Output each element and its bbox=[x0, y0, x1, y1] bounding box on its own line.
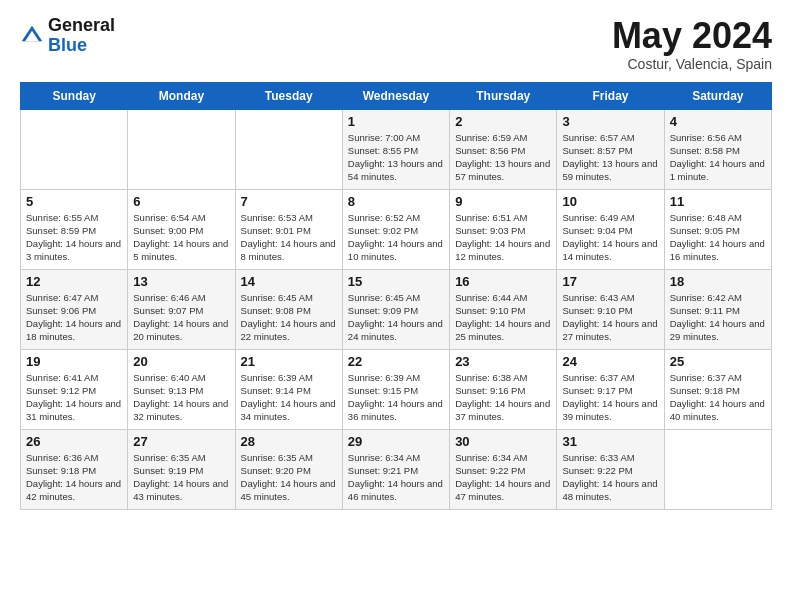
cell-info: Sunrise: 6:35 AM Sunset: 9:19 PM Dayligh… bbox=[133, 451, 229, 504]
calendar-cell: 27Sunrise: 6:35 AM Sunset: 9:19 PM Dayli… bbox=[128, 429, 235, 509]
cell-info: Sunrise: 6:45 AM Sunset: 9:08 PM Dayligh… bbox=[241, 291, 337, 344]
calendar-cell: 24Sunrise: 6:37 AM Sunset: 9:17 PM Dayli… bbox=[557, 349, 664, 429]
calendar-cell: 16Sunrise: 6:44 AM Sunset: 9:10 PM Dayli… bbox=[450, 269, 557, 349]
cell-info: Sunrise: 6:41 AM Sunset: 9:12 PM Dayligh… bbox=[26, 371, 122, 424]
calendar-cell: 28Sunrise: 6:35 AM Sunset: 9:20 PM Dayli… bbox=[235, 429, 342, 509]
day-number: 27 bbox=[133, 434, 229, 449]
col-sunday: Sunday bbox=[21, 82, 128, 109]
day-number: 20 bbox=[133, 354, 229, 369]
cell-info: Sunrise: 6:42 AM Sunset: 9:11 PM Dayligh… bbox=[670, 291, 766, 344]
calendar-cell: 25Sunrise: 6:37 AM Sunset: 9:18 PM Dayli… bbox=[664, 349, 771, 429]
day-number: 9 bbox=[455, 194, 551, 209]
logo-icon bbox=[20, 24, 44, 48]
col-tuesday: Tuesday bbox=[235, 82, 342, 109]
calendar-cell bbox=[235, 109, 342, 189]
col-monday: Monday bbox=[128, 82, 235, 109]
calendar-cell bbox=[21, 109, 128, 189]
calendar-cell: 1Sunrise: 7:00 AM Sunset: 8:55 PM Daylig… bbox=[342, 109, 449, 189]
calendar-cell: 31Sunrise: 6:33 AM Sunset: 9:22 PM Dayli… bbox=[557, 429, 664, 509]
month-title: May 2024 bbox=[612, 16, 772, 56]
calendar-cell: 9Sunrise: 6:51 AM Sunset: 9:03 PM Daylig… bbox=[450, 189, 557, 269]
calendar-cell: 29Sunrise: 6:34 AM Sunset: 9:21 PM Dayli… bbox=[342, 429, 449, 509]
day-number: 19 bbox=[26, 354, 122, 369]
calendar-cell bbox=[664, 429, 771, 509]
day-number: 23 bbox=[455, 354, 551, 369]
calendar-cell bbox=[128, 109, 235, 189]
cell-info: Sunrise: 6:38 AM Sunset: 9:16 PM Dayligh… bbox=[455, 371, 551, 424]
calendar-table: Sunday Monday Tuesday Wednesday Thursday… bbox=[20, 82, 772, 510]
day-number: 11 bbox=[670, 194, 766, 209]
cell-info: Sunrise: 6:49 AM Sunset: 9:04 PM Dayligh… bbox=[562, 211, 658, 264]
cell-info: Sunrise: 6:37 AM Sunset: 9:17 PM Dayligh… bbox=[562, 371, 658, 424]
title-block: May 2024 Costur, Valencia, Spain bbox=[612, 16, 772, 72]
cell-info: Sunrise: 6:45 AM Sunset: 9:09 PM Dayligh… bbox=[348, 291, 444, 344]
day-number: 26 bbox=[26, 434, 122, 449]
calendar-cell: 19Sunrise: 6:41 AM Sunset: 9:12 PM Dayli… bbox=[21, 349, 128, 429]
week-row-5: 26Sunrise: 6:36 AM Sunset: 9:18 PM Dayli… bbox=[21, 429, 772, 509]
cell-info: Sunrise: 6:39 AM Sunset: 9:15 PM Dayligh… bbox=[348, 371, 444, 424]
calendar-header: Sunday Monday Tuesday Wednesday Thursday… bbox=[21, 82, 772, 109]
calendar-cell: 3Sunrise: 6:57 AM Sunset: 8:57 PM Daylig… bbox=[557, 109, 664, 189]
day-number: 4 bbox=[670, 114, 766, 129]
day-number: 2 bbox=[455, 114, 551, 129]
location: Costur, Valencia, Spain bbox=[612, 56, 772, 72]
cell-info: Sunrise: 6:59 AM Sunset: 8:56 PM Dayligh… bbox=[455, 131, 551, 184]
cell-info: Sunrise: 6:54 AM Sunset: 9:00 PM Dayligh… bbox=[133, 211, 229, 264]
week-row-3: 12Sunrise: 6:47 AM Sunset: 9:06 PM Dayli… bbox=[21, 269, 772, 349]
calendar-cell: 20Sunrise: 6:40 AM Sunset: 9:13 PM Dayli… bbox=[128, 349, 235, 429]
page: General Blue May 2024 Costur, Valencia, … bbox=[0, 0, 792, 612]
calendar-cell: 5Sunrise: 6:55 AM Sunset: 8:59 PM Daylig… bbox=[21, 189, 128, 269]
day-number: 16 bbox=[455, 274, 551, 289]
calendar-body: 1Sunrise: 7:00 AM Sunset: 8:55 PM Daylig… bbox=[21, 109, 772, 509]
cell-info: Sunrise: 7:00 AM Sunset: 8:55 PM Dayligh… bbox=[348, 131, 444, 184]
calendar-cell: 14Sunrise: 6:45 AM Sunset: 9:08 PM Dayli… bbox=[235, 269, 342, 349]
logo-general-text: General bbox=[48, 15, 115, 35]
calendar-cell: 12Sunrise: 6:47 AM Sunset: 9:06 PM Dayli… bbox=[21, 269, 128, 349]
week-row-2: 5Sunrise: 6:55 AM Sunset: 8:59 PM Daylig… bbox=[21, 189, 772, 269]
calendar-cell: 18Sunrise: 6:42 AM Sunset: 9:11 PM Dayli… bbox=[664, 269, 771, 349]
cell-info: Sunrise: 6:53 AM Sunset: 9:01 PM Dayligh… bbox=[241, 211, 337, 264]
col-friday: Friday bbox=[557, 82, 664, 109]
day-number: 21 bbox=[241, 354, 337, 369]
calendar-cell: 13Sunrise: 6:46 AM Sunset: 9:07 PM Dayli… bbox=[128, 269, 235, 349]
day-number: 6 bbox=[133, 194, 229, 209]
calendar-cell: 17Sunrise: 6:43 AM Sunset: 9:10 PM Dayli… bbox=[557, 269, 664, 349]
cell-info: Sunrise: 6:44 AM Sunset: 9:10 PM Dayligh… bbox=[455, 291, 551, 344]
calendar-cell: 4Sunrise: 6:56 AM Sunset: 8:58 PM Daylig… bbox=[664, 109, 771, 189]
day-number: 15 bbox=[348, 274, 444, 289]
logo: General Blue bbox=[20, 16, 115, 56]
cell-info: Sunrise: 6:36 AM Sunset: 9:18 PM Dayligh… bbox=[26, 451, 122, 504]
cell-info: Sunrise: 6:40 AM Sunset: 9:13 PM Dayligh… bbox=[133, 371, 229, 424]
calendar-cell: 7Sunrise: 6:53 AM Sunset: 9:01 PM Daylig… bbox=[235, 189, 342, 269]
calendar-cell: 8Sunrise: 6:52 AM Sunset: 9:02 PM Daylig… bbox=[342, 189, 449, 269]
logo-blue-text: Blue bbox=[48, 35, 87, 55]
cell-info: Sunrise: 6:46 AM Sunset: 9:07 PM Dayligh… bbox=[133, 291, 229, 344]
cell-info: Sunrise: 6:47 AM Sunset: 9:06 PM Dayligh… bbox=[26, 291, 122, 344]
day-number: 30 bbox=[455, 434, 551, 449]
day-number: 10 bbox=[562, 194, 658, 209]
week-row-1: 1Sunrise: 7:00 AM Sunset: 8:55 PM Daylig… bbox=[21, 109, 772, 189]
day-number: 1 bbox=[348, 114, 444, 129]
day-number: 7 bbox=[241, 194, 337, 209]
calendar-cell: 15Sunrise: 6:45 AM Sunset: 9:09 PM Dayli… bbox=[342, 269, 449, 349]
calendar-cell: 6Sunrise: 6:54 AM Sunset: 9:00 PM Daylig… bbox=[128, 189, 235, 269]
calendar-cell: 23Sunrise: 6:38 AM Sunset: 9:16 PM Dayli… bbox=[450, 349, 557, 429]
calendar-cell: 26Sunrise: 6:36 AM Sunset: 9:18 PM Dayli… bbox=[21, 429, 128, 509]
day-number: 17 bbox=[562, 274, 658, 289]
calendar-cell: 22Sunrise: 6:39 AM Sunset: 9:15 PM Dayli… bbox=[342, 349, 449, 429]
day-number: 13 bbox=[133, 274, 229, 289]
cell-info: Sunrise: 6:48 AM Sunset: 9:05 PM Dayligh… bbox=[670, 211, 766, 264]
cell-info: Sunrise: 6:33 AM Sunset: 9:22 PM Dayligh… bbox=[562, 451, 658, 504]
cell-info: Sunrise: 6:39 AM Sunset: 9:14 PM Dayligh… bbox=[241, 371, 337, 424]
calendar-cell: 30Sunrise: 6:34 AM Sunset: 9:22 PM Dayli… bbox=[450, 429, 557, 509]
cell-info: Sunrise: 6:34 AM Sunset: 9:22 PM Dayligh… bbox=[455, 451, 551, 504]
day-number: 25 bbox=[670, 354, 766, 369]
day-number: 8 bbox=[348, 194, 444, 209]
header: General Blue May 2024 Costur, Valencia, … bbox=[20, 16, 772, 72]
calendar-cell: 11Sunrise: 6:48 AM Sunset: 9:05 PM Dayli… bbox=[664, 189, 771, 269]
col-thursday: Thursday bbox=[450, 82, 557, 109]
header-row: Sunday Monday Tuesday Wednesday Thursday… bbox=[21, 82, 772, 109]
cell-info: Sunrise: 6:37 AM Sunset: 9:18 PM Dayligh… bbox=[670, 371, 766, 424]
cell-info: Sunrise: 6:51 AM Sunset: 9:03 PM Dayligh… bbox=[455, 211, 551, 264]
day-number: 28 bbox=[241, 434, 337, 449]
